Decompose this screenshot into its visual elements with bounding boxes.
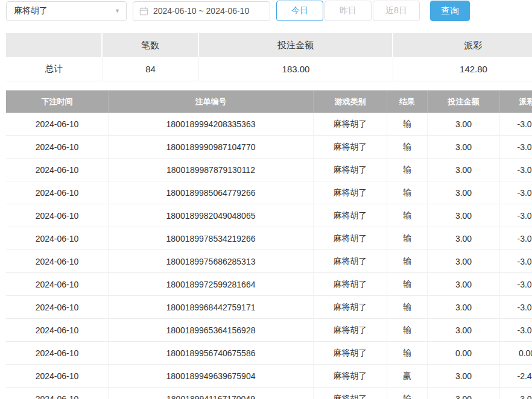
cell-game-type: 麻将胡了 <box>314 136 387 159</box>
summary-header-payout: 派彩 <box>393 33 532 57</box>
summary-header-empty <box>6 33 103 57</box>
cell-payout: -2.40 <box>500 365 532 388</box>
summary-total-payout: 142.80 <box>393 57 532 81</box>
betting-records-page: 麻将胡了 ▼ 2024-06-10 ~ 2024-06-10 今日 昨日 近8日… <box>0 0 532 399</box>
cell-order-id: 1800189982049048065 <box>109 204 314 227</box>
cell-result: 输 <box>387 273 428 296</box>
table-row: 2024-06-10 1800189956740675586 麻将胡了 输 0.… <box>6 342 532 365</box>
cell-bet-amount: 0.00 <box>428 342 500 365</box>
table-row: 2024-06-10 1800189949639675904 麻将胡了 赢 3.… <box>6 365 532 388</box>
summary-total-label: 总计 <box>6 57 103 81</box>
date-range-input[interactable]: 2024-06-10 ~ 2024-06-10 <box>133 1 270 21</box>
cell-bet-amount: 3.00 <box>428 204 500 227</box>
cell-bet-time: 2024-06-10 <box>6 250 109 273</box>
cell-bet-time: 2024-06-10 <box>6 319 109 342</box>
cell-result: 输 <box>387 113 428 136</box>
cell-bet-time: 2024-06-10 <box>6 365 109 388</box>
summary-header-row: 笔数 投注金额 派彩 <box>6 33 532 57</box>
table-row: 2024-06-10 1800189965364156928 麻将胡了 输 3.… <box>6 319 532 342</box>
cell-bet-amount: 3.00 <box>428 181 500 204</box>
cell-game-type: 麻将胡了 <box>314 113 387 136</box>
game-select[interactable]: 麻将胡了 ▼ <box>6 1 127 21</box>
cell-game-type: 麻将胡了 <box>314 296 387 319</box>
cell-payout: 0.00 <box>500 342 532 365</box>
cell-game-type: 麻将胡了 <box>314 365 387 388</box>
cell-payout: -3.00 <box>500 273 532 296</box>
cell-game-type: 麻将胡了 <box>314 273 387 296</box>
today-button[interactable]: 今日 <box>276 1 323 21</box>
cell-payout: -3.00 <box>500 113 532 136</box>
calendar-icon <box>139 7 148 16</box>
cell-result: 输 <box>387 250 428 273</box>
table-row: 2024-06-10 1800189968442759171 麻将胡了 输 3.… <box>6 296 532 319</box>
bet-table-body: 2024-06-10 1800189994208335363 麻将胡了 输 3.… <box>6 113 532 399</box>
cell-payout: -3.00 <box>500 204 532 227</box>
table-row: 2024-06-10 1800189985064779266 麻将胡了 输 3.… <box>6 181 532 204</box>
col-header-result: 结果 <box>387 90 428 113</box>
summary-total-bet-amount: 183.00 <box>199 57 393 81</box>
cell-game-type: 麻将胡了 <box>314 204 387 227</box>
cell-order-id: 1800189975686285313 <box>109 250 314 273</box>
cell-order-id: 1800189978534219266 <box>109 227 314 250</box>
cell-order-id: 1800189990987104770 <box>109 136 314 159</box>
cell-payout: -3.00 <box>500 296 532 319</box>
table-row: 2024-06-10 1800189972599281664 麻将胡了 输 3.… <box>6 273 532 296</box>
cell-payout: -3.00 <box>500 159 532 181</box>
cell-result: 输 <box>387 204 428 227</box>
cell-result: 输 <box>387 136 428 159</box>
game-select-value: 麻将胡了 <box>14 5 48 16</box>
cell-bet-amount: 3.00 <box>428 273 500 296</box>
cell-bet-amount: 3.00 <box>428 113 500 136</box>
cell-order-id: 1800189994208335363 <box>109 113 314 136</box>
table-row: 2024-06-10 1800189987879130112 麻将胡了 输 3.… <box>6 159 532 181</box>
cell-payout: -3.00 <box>500 388 532 399</box>
cell-order-id: 1800189968442759171 <box>109 296 314 319</box>
cell-bet-time: 2024-06-10 <box>6 113 109 136</box>
cell-payout: -3.00 <box>500 319 532 342</box>
cell-bet-amount: 3.00 <box>428 136 500 159</box>
cell-bet-amount: 3.00 <box>428 388 500 399</box>
cell-payout: -3.00 <box>500 136 532 159</box>
cell-result: 输 <box>387 296 428 319</box>
cell-bet-time: 2024-06-10 <box>6 342 109 365</box>
summary-total-count: 84 <box>103 57 199 81</box>
table-row: 2024-06-10 1800189978534219266 麻将胡了 输 3.… <box>6 227 532 250</box>
cell-order-id: 1800189956740675586 <box>109 342 314 365</box>
cell-result: 输 <box>387 159 428 181</box>
summary-header-count: 笔数 <box>103 33 199 57</box>
cell-bet-amount: 3.00 <box>428 227 500 250</box>
cell-payout: -3.00 <box>500 250 532 273</box>
cell-bet-time: 2024-06-10 <box>6 388 109 399</box>
cell-bet-time: 2024-06-10 <box>6 273 109 296</box>
cell-result: 输 <box>387 342 428 365</box>
col-header-bet-amount: 投注金额 <box>428 90 500 113</box>
summary-table: 笔数 投注金额 派彩 总计 84 183.00 142.80 <box>6 33 532 81</box>
summary-total-row: 总计 84 183.00 142.80 <box>6 57 532 81</box>
cell-order-id: 1800189949639675904 <box>109 365 314 388</box>
table-row: 2024-06-10 1800189941167170049 麻将胡了 输 3.… <box>6 388 532 399</box>
cell-bet-amount: 3.00 <box>428 319 500 342</box>
cell-bet-time: 2024-06-10 <box>6 227 109 250</box>
cell-game-type: 麻将胡了 <box>314 250 387 273</box>
table-row: 2024-06-10 1800189990987104770 麻将胡了 输 3.… <box>6 136 532 159</box>
cell-result: 输 <box>387 388 428 399</box>
col-header-payout: 派彩 <box>500 90 532 113</box>
cell-game-type: 麻将胡了 <box>314 159 387 181</box>
cell-order-id: 1800189941167170049 <box>109 388 314 399</box>
bet-table: 下注时间 注单编号 游戏类别 结果 投注金额 派彩 2024-06-10 180… <box>6 90 532 399</box>
col-header-order-id: 注单编号 <box>109 90 314 113</box>
cell-result: 输 <box>387 181 428 204</box>
query-button[interactable]: 查询 <box>430 1 470 21</box>
cell-payout: -3.00 <box>500 227 532 250</box>
yesterday-button[interactable]: 昨日 <box>325 1 372 21</box>
cell-game-type: 麻将胡了 <box>314 319 387 342</box>
cell-bet-time: 2024-06-10 <box>6 159 109 181</box>
cell-order-id: 1800189985064779266 <box>109 181 314 204</box>
table-row: 2024-06-10 1800189975686285313 麻将胡了 输 3.… <box>6 250 532 273</box>
cell-bet-time: 2024-06-10 <box>6 204 109 227</box>
cell-game-type: 麻将胡了 <box>314 388 387 399</box>
cell-result: 输 <box>387 227 428 250</box>
bet-table-header-row: 下注时间 注单编号 游戏类别 结果 投注金额 派彩 <box>6 90 532 113</box>
table-row: 2024-06-10 1800189982049048065 麻将胡了 输 3.… <box>6 204 532 227</box>
last8days-button[interactable]: 近8日 <box>373 1 420 21</box>
